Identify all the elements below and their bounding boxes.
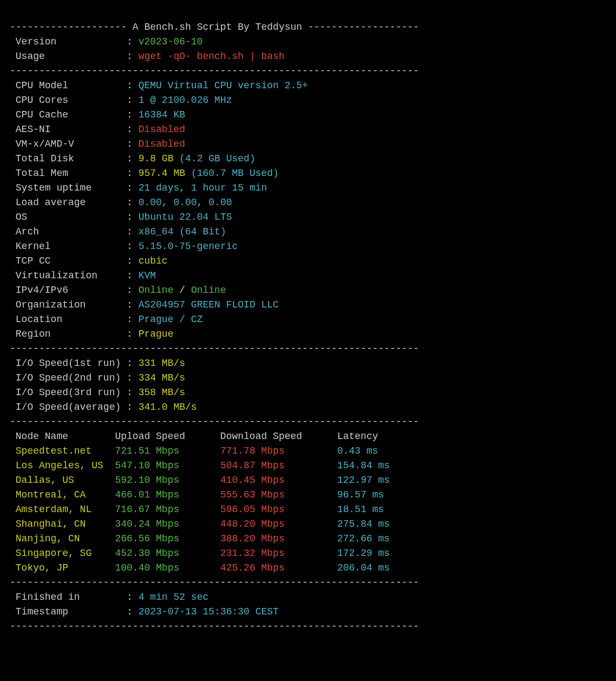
latency-0: 0.43 ms (337, 446, 402, 456)
divider: ----------------------------------------… (10, 416, 419, 427)
node-name-0: Speedtest.net (10, 446, 115, 456)
upload-1: 547.10 Mbps (115, 460, 220, 471)
node-name-7: Singapore, SG (10, 548, 115, 559)
upload-6: 266.56 Mbps (115, 533, 220, 544)
value-usage: wget -qO- bench.sh | bash (139, 51, 285, 62)
label-arch: Arch (10, 226, 127, 237)
label-finished: Finished in (10, 592, 127, 603)
label-cpu-model: CPU Model (10, 80, 127, 91)
label-total-disk: Total Disk (10, 153, 127, 164)
value-org: AS204957 GREEN FLOID LLC (139, 299, 279, 310)
label-timestamp: Timestamp (10, 606, 127, 617)
value-ipv6: Online (191, 285, 226, 296)
label-uptime: System uptime (10, 182, 127, 193)
latency-6: 272.66 ms (337, 533, 402, 544)
label-total-mem: Total Mem (10, 168, 127, 179)
download-2: 410.45 Mbps (220, 475, 337, 486)
upload-7: 452.30 Mbps (115, 548, 220, 559)
latency-7: 172.29 ms (337, 548, 402, 559)
value-disk-used: (4.2 GB Used) (179, 153, 255, 164)
latency-3: 96.57 ms (337, 489, 402, 500)
upload-2: 592.10 Mbps (115, 475, 220, 486)
download-4: 596.05 Mbps (220, 504, 337, 515)
label-region: Region (10, 329, 127, 339)
value-virt: KVM (139, 270, 156, 281)
value-cpu-cores: 1 @ 2100.026 MHz (139, 95, 232, 106)
upload-3: 466.01 Mbps (115, 489, 220, 500)
label-io1: I/O Speed(1st run) (10, 358, 127, 369)
download-1: 504.87 Mbps (220, 460, 337, 471)
value-mem-total: 957.4 MB (139, 168, 191, 179)
download-7: 231.32 Mbps (220, 548, 337, 559)
value-os: Ubuntu 22.04 LTS (139, 212, 232, 222)
speedtest-header: Node Name Upload Speed Download Speed La… (10, 431, 408, 442)
label-io2: I/O Speed(2nd run) (10, 372, 127, 383)
download-8: 425.26 Mbps (220, 562, 337, 573)
label-org: Organization (10, 299, 127, 310)
label-location: Location (10, 314, 127, 325)
upload-8: 100.40 Mbps (115, 562, 220, 573)
upload-0: 721.51 Mbps (115, 446, 220, 456)
node-name-6: Nanjing, CN (10, 533, 115, 544)
value-kernel: 5.15.0-75-generic (139, 241, 238, 252)
label-ioavg: I/O Speed(average) (10, 402, 127, 412)
label-ipv: IPv4/IPv6 (10, 285, 127, 296)
value-disk-total: 9.8 GB (139, 153, 180, 164)
value-uptime: 21 days, 1 hour 15 min (139, 182, 267, 193)
label-tcpcc: TCP CC (10, 256, 127, 266)
latency-1: 154.84 ms (337, 460, 402, 471)
value-cpu-cache: 16384 KB (139, 109, 185, 120)
value-ipv4: Online (139, 285, 174, 296)
value-finished: 4 min 52 sec (139, 592, 209, 603)
label-vmx: VM-x/AMD-V (10, 139, 127, 149)
upload-4: 716.67 Mbps (115, 504, 220, 515)
label-virt: Virtualization (10, 270, 127, 281)
download-5: 448.20 Mbps (220, 519, 337, 529)
label-kernel: Kernel (10, 241, 127, 252)
label-cpu-cache: CPU Cache (10, 109, 127, 120)
node-name-1: Los Angeles, US (10, 460, 115, 471)
value-io3: 358 MB/s (139, 387, 185, 398)
value-io2: 334 MB/s (139, 372, 185, 383)
latency-8: 206.04 ms (337, 562, 402, 573)
value-region: Prague (139, 329, 174, 339)
label-io3: I/O Speed(3rd run) (10, 387, 127, 398)
value-vmx: Disabled (139, 139, 185, 149)
label-version: Version (10, 36, 127, 47)
download-3: 555.63 Mbps (220, 489, 337, 500)
value-aes-ni: Disabled (139, 124, 185, 135)
divider-top: -------------------- A Bench.sh Script B… (10, 22, 419, 32)
value-io1: 331 MB/s (139, 358, 185, 369)
value-ioavg: 341.0 MB/s (139, 402, 197, 412)
node-name-8: Tokyo, JP (10, 562, 115, 573)
upload-5: 340.24 Mbps (115, 519, 220, 529)
latency-2: 122.97 ms (337, 475, 402, 486)
latency-5: 275.84 ms (337, 519, 402, 529)
latency-4: 18.51 ms (337, 504, 402, 515)
value-timestamp: 2023-07-13 15:36:30 CEST (139, 606, 279, 617)
divider: ----------------------------------------… (10, 577, 419, 588)
label-aes-ni: AES-NI (10, 124, 127, 135)
label-usage: Usage (10, 51, 127, 62)
node-name-5: Shanghai, CN (10, 519, 115, 529)
value-tcpcc: cubic (139, 256, 168, 266)
divider: ----------------------------------------… (10, 343, 419, 354)
value-mem-used: (160.7 MB Used) (191, 168, 279, 179)
node-name-4: Amsterdam, NL (10, 504, 115, 515)
node-name-3: Montreal, CA (10, 489, 115, 500)
value-load: 0.00, 0.00, 0.00 (139, 197, 232, 208)
value-arch: x86_64 (64 Bit) (139, 226, 226, 237)
download-0: 771.78 Mbps (220, 446, 337, 456)
value-version: v2023-06-10 (139, 36, 203, 47)
label-os: OS (10, 212, 127, 222)
download-6: 388.20 Mbps (220, 533, 337, 544)
divider: ----------------------------------------… (10, 66, 419, 76)
value-location: Prague / CZ (139, 314, 203, 325)
label-cpu-cores: CPU Cores (10, 95, 127, 106)
value-cpu-model: QEMU Virtual CPU version 2.5+ (139, 80, 308, 91)
divider: ----------------------------------------… (10, 621, 419, 632)
node-name-2: Dallas, US (10, 475, 115, 486)
label-load: Load average (10, 197, 127, 208)
terminal-output: -------------------- A Bench.sh Script B… (10, 22, 419, 632)
